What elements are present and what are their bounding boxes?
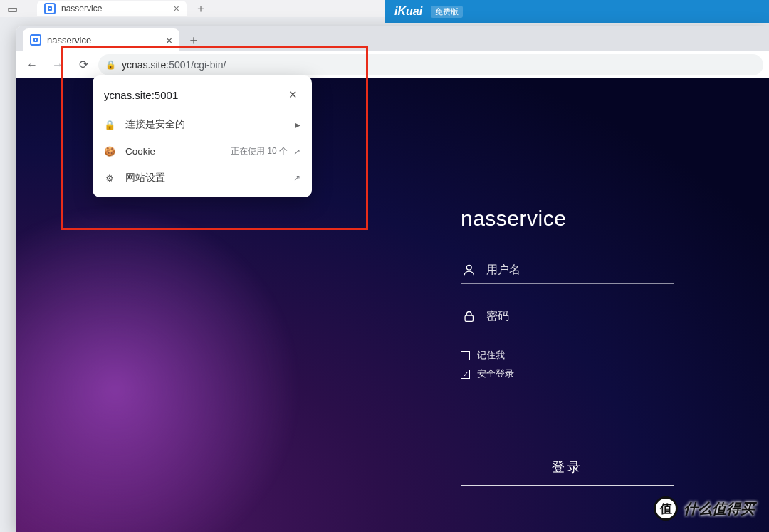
gear-icon: ⚙ xyxy=(104,173,115,184)
reload-button[interactable]: ⟳ xyxy=(73,54,94,75)
login-title: nasservice xyxy=(461,207,674,231)
favicon-icon xyxy=(44,3,56,14)
remember-me-checkbox[interactable]: 记住我 xyxy=(461,349,674,362)
favicon-icon xyxy=(30,34,41,46)
lock-icon: 🔒 xyxy=(104,120,115,130)
background-new-tab[interactable]: ＋ xyxy=(195,1,206,16)
background-brand: iKuai xyxy=(394,5,422,18)
cookies-row[interactable]: 🍪 Cookie 正在使用 10 个 ↗ xyxy=(93,138,312,165)
cookie-label: Cookie xyxy=(125,146,155,157)
watermark-badge: 值 xyxy=(654,496,678,521)
back-button[interactable]: ← xyxy=(21,54,43,75)
login-form: nasservice 记住我 ✓ 安全登录 登录 xyxy=(461,207,674,486)
cookie-status: 正在使用 10 个 xyxy=(231,145,288,157)
tab-title: nasservice xyxy=(47,35,91,46)
svg-rect-1 xyxy=(465,315,473,321)
url-text: ycnas.site:5001/cgi-bin/ xyxy=(122,59,226,71)
checkbox-unchecked-icon xyxy=(461,351,470,360)
checkbox-checked-icon: ✓ xyxy=(461,370,470,379)
background-brand-tag: 免费版 xyxy=(431,6,463,18)
password-field[interactable] xyxy=(461,303,674,330)
lock-icon xyxy=(462,308,476,324)
background-app-banner: iKuai 免费版 xyxy=(384,0,769,23)
omnibox[interactable]: 🔒 ycnas.site:5001/cgi-bin/ xyxy=(98,54,763,75)
username-field[interactable] xyxy=(461,256,674,284)
window-panel-icon: ▭ xyxy=(0,0,24,17)
site-settings-row[interactable]: ⚙ 网站设置 ↗ xyxy=(93,165,312,192)
active-tab[interactable]: nasservice × xyxy=(23,28,179,51)
site-info-popover: ycnas.site:5001 ✕ 🔒 连接是安全的 ▶ 🍪 Cookie 正在… xyxy=(93,75,312,197)
secure-login-label: 安全登录 xyxy=(477,367,514,380)
forward-button[interactable]: → xyxy=(47,54,68,75)
password-input[interactable] xyxy=(486,310,673,323)
chevron-right-icon: ▶ xyxy=(295,121,300,129)
username-input[interactable] xyxy=(486,264,673,276)
background-tab-title: nasservice xyxy=(61,4,102,14)
external-link-icon: ↗ xyxy=(293,147,300,157)
lock-icon[interactable]: 🔒 xyxy=(105,60,116,70)
svg-point-0 xyxy=(466,265,471,270)
background-tab[interactable]: nasservice × xyxy=(37,1,187,16)
site-settings-label: 网站设置 xyxy=(125,172,165,184)
tab-strip: nasservice × ＋ xyxy=(16,26,769,51)
login-options: 记住我 ✓ 安全登录 xyxy=(461,349,674,380)
user-icon xyxy=(462,262,476,278)
watermark-text: 什么值得买 xyxy=(684,499,755,518)
tab-close-icon[interactable]: × xyxy=(166,34,172,46)
new-tab-button[interactable]: ＋ xyxy=(184,30,204,50)
close-icon[interactable]: × xyxy=(174,3,179,14)
secure-login-checkbox[interactable]: ✓ 安全登录 xyxy=(461,367,674,380)
background-glow xyxy=(16,204,300,532)
connection-secure-row[interactable]: 🔒 连接是安全的 ▶ xyxy=(93,111,312,138)
cookie-icon: 🍪 xyxy=(104,146,115,157)
login-button[interactable]: 登录 xyxy=(461,449,674,486)
popover-close-button[interactable]: ✕ xyxy=(286,85,300,104)
connection-secure-label: 连接是安全的 xyxy=(125,118,185,131)
remember-me-label: 记住我 xyxy=(477,349,505,362)
watermark: 值 什么值得买 xyxy=(654,496,755,521)
popover-host: ycnas.site:5001 xyxy=(104,89,178,101)
address-bar: ← → ⟳ 🔒 ycnas.site:5001/cgi-bin/ xyxy=(16,51,769,78)
external-link-icon: ↗ xyxy=(293,173,300,183)
